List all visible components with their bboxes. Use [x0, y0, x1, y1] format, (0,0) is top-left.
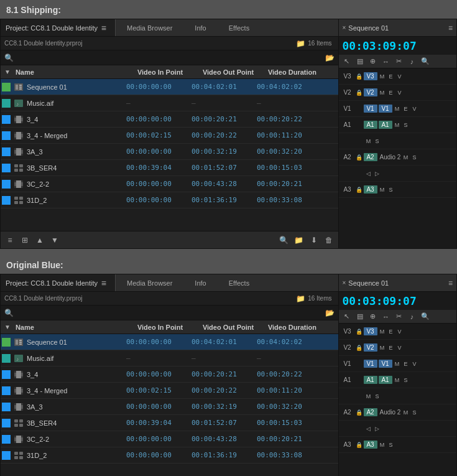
tab-effects-original[interactable]: Effects [218, 274, 261, 291]
track-control-icon[interactable]: M [394, 106, 401, 112]
track-control-icon[interactable]: E [387, 329, 395, 335]
table-row[interactable]: 31D_200:00:00:0000:01:36:1900:00:33:08 [1, 192, 338, 208]
track-control-icon[interactable]: M [402, 154, 409, 161]
project-folder-icon-original[interactable]: 📁 [296, 294, 305, 303]
track-row[interactable]: V1V1V1MEV [339, 356, 456, 372]
track-control-icon[interactable]: M [379, 329, 386, 335]
seq-close-btn-shipping[interactable]: × [343, 24, 346, 31]
track-lock-icon[interactable]: 🔒 [355, 73, 364, 80]
track-lock-icon[interactable]: 🔒 [355, 345, 364, 351]
track-name-box[interactable]: A2 [364, 408, 377, 416]
table-row[interactable]: Sequence 0100:00:00:0000:04:02:0100:04:0… [1, 334, 338, 350]
track-row[interactable]: MS [339, 133, 456, 149]
track-name-box[interactable]: A2 [364, 153, 377, 161]
tool-cut-shipping[interactable]: ✂ [394, 56, 405, 67]
track-control-icon[interactable]: M [379, 345, 386, 351]
track-row[interactable]: A2🔒A2Audio 2MS [339, 404, 456, 421]
tab-media-browser-original[interactable]: Media Browser [116, 274, 183, 291]
tool-zoom-original[interactable]: 🔍 [420, 311, 431, 322]
track-name-box[interactable]: A3 [364, 185, 377, 194]
table-row[interactable]: 3_400:00:00:0000:00:20:2100:00:20:22 [1, 111, 338, 128]
seq-menu-icon-shipping[interactable]: ≡ [448, 24, 453, 32]
track-control-icon[interactable]: ▷ [374, 426, 381, 432]
track-name-box-right[interactable]: A1 [379, 121, 392, 129]
track-lock-icon[interactable]: 🔒 [355, 329, 364, 335]
track-row[interactable]: V1V1V1MEV [339, 101, 456, 117]
table-row[interactable]: ♪Music.aif——— [1, 95, 338, 111]
track-control-icon[interactable]: V [411, 361, 418, 367]
track-control-icon[interactable]: V [396, 329, 404, 335]
import-btn-shipping[interactable]: ⬇ [307, 234, 321, 246]
track-row[interactable]: A3🔒A3MS [339, 437, 456, 453]
track-row[interactable]: MS [339, 388, 456, 404]
tool-select-shipping[interactable]: ↖ [341, 56, 353, 67]
track-control-icon[interactable]: E [402, 106, 410, 112]
table-row[interactable]: 3_400:00:00:0000:00:20:2100:00:20:22 [1, 366, 338, 383]
track-control-icon[interactable]: M [394, 361, 401, 367]
track-control-icon[interactable]: S [387, 442, 395, 448]
tool-razor-shipping[interactable]: ▤ [354, 56, 366, 67]
track-control-icon[interactable]: V [411, 106, 418, 112]
tool-resize-original[interactable]: ↔ [381, 311, 392, 322]
track-control-icon[interactable]: S [410, 154, 418, 161]
track-control-icon[interactable]: M [365, 138, 372, 144]
track-name-box-right[interactable]: V1 [379, 105, 392, 113]
track-name-box[interactable]: V3 [364, 327, 377, 335]
new-bin-icon-original[interactable]: 📂 [325, 309, 335, 317]
tab-media-browser-shipping[interactable]: Media Browser [116, 19, 183, 36]
track-lock-icon[interactable]: 🔒 [355, 154, 364, 161]
table-row[interactable]: 3B_SER400:00:39:0400:01:52:0700:00:15:03 [1, 415, 338, 431]
new-bin-icon-shipping[interactable]: 📂 [325, 54, 335, 62]
track-control-icon[interactable]: M [394, 122, 401, 128]
track-control-icon[interactable]: M [365, 393, 372, 399]
table-row[interactable]: 3C_2-200:00:00:0000:00:43:2800:00:20:21 [1, 176, 338, 192]
track-name-box-right[interactable]: A1 [379, 376, 392, 384]
track-control-icon[interactable]: S [402, 122, 410, 128]
tool-razor-original[interactable]: ▤ [354, 311, 366, 322]
track-control-icon[interactable]: V [396, 73, 404, 80]
new-bin-btn-shipping[interactable]: 📁 [292, 234, 306, 246]
delete-btn-shipping[interactable]: 🗑 [322, 234, 336, 246]
table-row[interactable]: 3_4 - Merged00:00:02:1500:00:20:2200:00:… [1, 383, 338, 399]
tool-add-original[interactable]: ⊕ [367, 311, 379, 322]
track-row[interactable]: A1A1A1MS [339, 117, 456, 133]
track-control-icon[interactable]: M [394, 377, 401, 383]
tab-info-shipping[interactable]: Info [183, 19, 217, 36]
track-name-box[interactable]: V1 [364, 105, 377, 113]
tool-audio-shipping[interactable]: ♪ [407, 56, 418, 67]
table-row[interactable]: 3_4 - Merged00:00:02:1500:00:20:2200:00:… [1, 128, 338, 144]
table-row[interactable]: 3A_300:00:00:0000:00:32:1900:00:32:20 [1, 144, 338, 160]
table-row[interactable]: Sequence 0100:00:00:0000:04:02:0100:04:0… [1, 79, 338, 95]
tab-info-original[interactable]: Info [183, 274, 217, 291]
track-control-icon[interactable]: M [402, 409, 409, 416]
track-row[interactable]: A2🔒A2Audio 2MS [339, 149, 456, 166]
track-row[interactable]: V3🔒V3MEV [339, 68, 456, 85]
track-control-icon[interactable]: M [379, 442, 386, 448]
table-row[interactable]: ♪Music.aif——— [1, 350, 338, 366]
track-control-icon[interactable]: E [387, 345, 395, 351]
track-lock-icon[interactable]: 🔒 [355, 409, 364, 416]
track-name-box[interactable]: V1 [364, 360, 377, 368]
track-lock-icon[interactable]: 🔒 [355, 90, 364, 96]
track-name-box[interactable]: A1 [364, 376, 377, 384]
track-row[interactable]: A1A1A1MS [339, 372, 456, 388]
track-control-icon[interactable]: E [387, 90, 395, 96]
table-row[interactable]: 3B_SER400:00:39:0400:01:52:0700:00:15:03 [1, 160, 338, 176]
sort-up-btn-shipping[interactable]: ▲ [33, 234, 47, 246]
track-row[interactable]: V2🔒V2MEV [339, 340, 456, 356]
track-name-box[interactable]: V2 [364, 88, 377, 96]
tool-audio-original[interactable]: ♪ [407, 311, 418, 322]
track-row[interactable]: ◁▷ [339, 421, 456, 437]
seq-close-btn-original[interactable]: × [343, 279, 346, 286]
track-lock-icon[interactable]: 🔒 [355, 442, 364, 448]
track-control-icon[interactable]: S [402, 377, 410, 383]
icon-view-btn-shipping[interactable]: ⊞ [18, 234, 32, 246]
track-control-icon[interactable]: M [379, 90, 386, 96]
track-lock-icon[interactable]: 🔒 [355, 187, 364, 193]
track-control-icon[interactable]: E [402, 361, 410, 367]
seq-menu-icon-original[interactable]: ≡ [448, 279, 453, 287]
tool-add-shipping[interactable]: ⊕ [367, 56, 379, 67]
track-name-box[interactable]: V3 [364, 72, 377, 80]
table-row[interactable]: 3C_2-200:00:00:0000:00:43:2800:00:20:21 [1, 431, 338, 447]
track-row[interactable]: V3🔒V3MEV [339, 324, 456, 340]
